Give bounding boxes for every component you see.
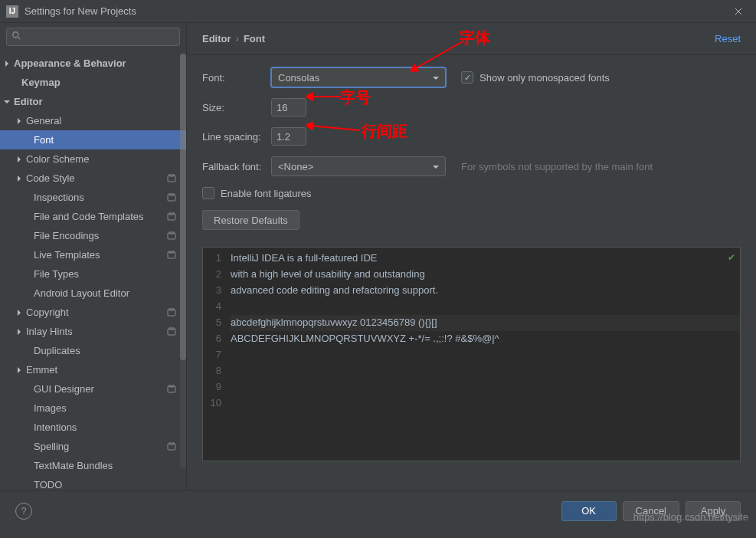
font-combobox[interactable]: Consolas [271,67,446,87]
font-label: Font: [202,72,271,84]
svg-point-0 [13,31,18,37]
project-badge-icon [166,441,177,452]
tree-item-font[interactable]: Font [0,130,186,149]
chevron-down-icon [433,72,439,84]
tree-item-label: Emmet [26,364,57,376]
check-icon: ✔ [728,251,735,264]
monospace-checkbox[interactable] [461,71,473,84]
tree-item-label: Images [34,402,67,414]
tree-item-copyright[interactable]: Copyright [0,303,186,322]
tree-item-textmate-bundles[interactable]: TextMate Bundles [0,456,186,475]
project-badge-icon [166,250,177,261]
tree-item-label: File and Code Templates [34,211,144,222]
tree-item-todo[interactable]: TODO [0,475,186,490]
tree-item-label: Color Scheme [26,153,89,165]
tree-item-label: Inlay Hints [26,326,73,337]
tree-arrow-icon [15,328,23,336]
tree-item-label: Spelling [34,441,69,452]
project-badge-icon [166,173,177,184]
project-badge-icon [166,212,177,222]
chevron-down-icon [433,161,439,172]
project-badge-icon [166,307,177,318]
tree-item-spelling[interactable]: Spelling [0,437,186,456]
tree-item-keymap[interactable]: Keymap [0,73,186,92]
settings-tree[interactable]: Appearance & BehaviorKeymapEditorGeneral… [0,51,186,490]
tree-arrow-icon [15,366,23,374]
tree-item-inlay-hints[interactable]: Inlay Hints [0,322,186,341]
tree-item-label: General [26,115,61,126]
ligatures-label: Enable font ligatures [221,188,312,199]
project-badge-icon [166,192,177,203]
tree-item-label: TextMate Bundles [34,460,113,471]
tree-item-general[interactable]: General [0,111,186,130]
tree-item-color-scheme[interactable]: Color Scheme [0,149,186,169]
tree-item-label: Editor [14,96,43,107]
restore-defaults-button[interactable]: Restore Defaults [202,210,299,230]
tree-item-label: Intentions [34,422,77,433]
fallback-label: Fallback font: [202,161,271,172]
tree-item-file-types[interactable]: File Types [0,264,186,284]
project-badge-icon [166,326,177,337]
tree-item-images[interactable]: Images [0,399,186,418]
tree-arrow-icon [15,117,23,125]
tree-item-code-style[interactable]: Code Style [0,169,186,188]
tree-item-intentions[interactable]: Intentions [0,418,186,437]
fallback-hint: For symbols not supported by the main fo… [461,161,653,172]
ok-button[interactable]: OK [561,501,617,521]
tree-item-live-templates[interactable]: Live Templates [0,245,186,264]
svg-line-1 [18,36,21,39]
ligatures-checkbox[interactable] [202,187,214,199]
tree-arrow-icon [3,60,11,67]
help-button[interactable]: ? [15,503,32,520]
sidebar-scrollbar[interactable] [180,54,186,467]
search-icon [11,31,22,44]
monospace-label: Show only monospaced fonts [479,72,610,84]
tree-item-duplicates[interactable]: Duplicates [0,341,186,360]
tree-item-file-and-code-templates[interactable]: File and Code Templates [0,207,186,226]
tree-item-label: Android Layout Editor [34,287,129,299]
tree-item-editor[interactable]: Editor [0,92,186,111]
preview-gutter: 12345678910 [203,248,226,461]
tree-item-label: Keymap [21,77,61,88]
settings-search[interactable] [6,28,180,46]
tree-item-label: File Encodings [34,230,99,241]
tree-item-label: Appearance & Behavior [14,57,126,69]
search-input[interactable] [22,31,175,42]
spacing-input[interactable] [271,127,306,146]
app-icon: IJ [6,5,18,18]
tree-item-label: Inspections [34,192,84,203]
tree-item-label: Duplicates [34,345,80,356]
tree-item-appearance-behavior[interactable]: Appearance & Behavior [0,54,186,73]
tree-item-label: Code Style [26,172,75,184]
tree-item-label: Copyright [26,307,69,318]
tree-arrow-icon [15,309,23,317]
size-input[interactable] [271,98,306,116]
tree-arrow-icon [15,175,23,182]
tree-item-label: Live Templates [34,249,100,261]
tree-arrow-icon [3,98,11,106]
fallback-combobox[interactable]: <None> [271,156,446,176]
spacing-label: Line spacing: [202,131,271,143]
tree-item-emmet[interactable]: Emmet [0,360,186,379]
size-label: Size: [202,102,271,113]
window-title: Settings for New Projects [25,5,727,17]
close-button[interactable] [727,0,750,23]
breadcrumb: Editor›Font [202,33,265,44]
tree-item-label: TODO [34,479,62,490]
reset-link[interactable]: Reset [715,33,741,44]
tree-item-inspections[interactable]: Inspections [0,188,186,207]
watermark: https://blog.csdn.net/tysite [633,511,748,523]
preview-code[interactable]: IntelliJ IDEA is a full-featured IDEwith… [226,248,740,461]
project-badge-icon [166,231,177,241]
tree-item-android-layout-editor[interactable]: Android Layout Editor [0,284,186,303]
font-preview[interactable]: 12345678910 IntelliJ IDEA is a full-feat… [202,247,741,461]
project-badge-icon [166,384,177,395]
tree-item-gui-designer[interactable]: GUI Designer [0,379,186,399]
chevron-right-icon: › [231,33,244,44]
tree-item-label: Font [34,134,54,146]
tree-item-label: File Types [34,268,79,280]
tree-arrow-icon [15,156,23,163]
tree-item-label: GUI Designer [34,383,94,395]
tree-item-file-encodings[interactable]: File Encodings [0,226,186,245]
